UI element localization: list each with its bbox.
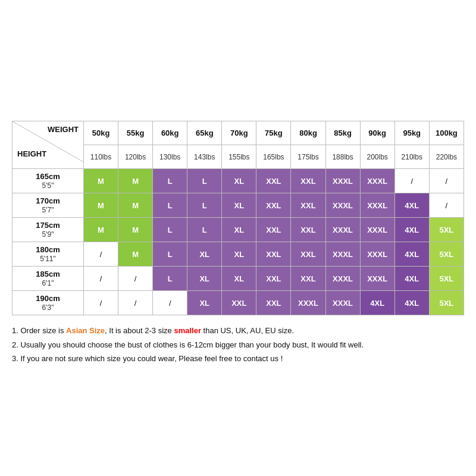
size-cell: /	[118, 267, 153, 291]
size-cell: 5XL	[429, 291, 464, 315]
size-cell: XXXL	[325, 218, 360, 242]
ft-value: 5'9"	[42, 230, 54, 239]
size-cell: XXL	[291, 169, 325, 193]
size-cell: XXL	[256, 242, 291, 267]
size-cell: 5XL	[429, 267, 464, 291]
size-cell: XXXL	[360, 242, 394, 267]
size-cell: M	[118, 218, 153, 242]
kg-header: 50kg	[84, 121, 118, 145]
note-item: 3. If you are not sure which size you co…	[12, 352, 464, 365]
lbs-header: 210lbs	[394, 145, 429, 169]
height-label: HEIGHT	[17, 149, 46, 158]
table-row: 170cm5'7"MMLLXLXXLXXLXXXLXXXL4XL/	[12, 193, 464, 218]
lbs-header: 200lbs	[360, 145, 394, 169]
size-cell: XXXL	[360, 193, 394, 218]
ft-value: 6'3"	[42, 303, 54, 312]
row-height-header: 175cm5'9"	[12, 218, 84, 242]
size-cell: M	[84, 193, 118, 218]
note-item: 1. Order size is Asian Size, It is about…	[12, 324, 464, 337]
cm-value: 170cm	[36, 196, 60, 205]
size-cell: /	[84, 242, 118, 267]
size-cell: XXXL	[325, 169, 360, 193]
cm-value: 185cm	[36, 270, 60, 278]
size-cell: L	[153, 267, 187, 291]
kg-header: 80kg	[291, 121, 325, 145]
size-cell: XXL	[256, 218, 291, 242]
kg-header: 60kg	[153, 121, 187, 145]
size-cell: 4XL	[394, 267, 429, 291]
size-cell: 4XL	[394, 291, 429, 315]
size-cell: XXXL	[360, 169, 394, 193]
size-cell: XL	[222, 267, 256, 291]
size-cell: L	[187, 218, 222, 242]
size-cell: XL	[222, 169, 256, 193]
note-highlight-asian: Asian Size	[66, 326, 105, 335]
size-cell: L	[187, 193, 222, 218]
kg-header: 65kg	[187, 121, 222, 145]
row-height-header: 185cm6'1"	[12, 267, 84, 291]
size-cell: XXL	[256, 169, 291, 193]
size-cell: XL	[187, 242, 222, 267]
size-cell: 4XL	[394, 242, 429, 267]
kg-header: 85kg	[325, 121, 360, 145]
size-cell: XXXL	[360, 218, 394, 242]
kg-header: 70kg	[222, 121, 256, 145]
lbs-header: 175lbs	[291, 145, 325, 169]
size-cell: /	[394, 169, 429, 193]
size-cell: M	[84, 218, 118, 242]
lbs-header: 130lbs	[153, 145, 187, 169]
lbs-header: 165lbs	[256, 145, 291, 169]
size-cell: XXXL	[325, 267, 360, 291]
size-cell: XL	[222, 193, 256, 218]
size-cell: XXL	[291, 242, 325, 267]
size-cell: XXL	[291, 267, 325, 291]
size-cell: XL	[222, 242, 256, 267]
row-height-header: 170cm5'7"	[12, 193, 84, 218]
size-cell: L	[153, 193, 187, 218]
size-cell: XXL	[291, 218, 325, 242]
size-cell: XXXL	[291, 291, 325, 315]
cm-value: 180cm	[36, 245, 60, 254]
cm-value: 175cm	[36, 221, 60, 230]
size-cell: /	[153, 291, 187, 315]
size-chart-table: WEIGHT HEIGHT 50kg55kg60kg65kg70kg75kg80…	[12, 121, 464, 315]
kg-header: 75kg	[256, 121, 291, 145]
size-cell: 4XL	[360, 291, 394, 315]
size-cell: 4XL	[394, 218, 429, 242]
size-cell: L	[187, 169, 222, 193]
table-row: 165cm5'5"MMLLXLXXLXXLXXXLXXXL//	[12, 169, 464, 193]
note-item: 2. Usually you should choose the bust of…	[12, 338, 464, 352]
lbs-header: 120lbs	[118, 145, 153, 169]
size-cell: XXXL	[325, 193, 360, 218]
lbs-header: 110lbs	[84, 145, 118, 169]
size-cell: XXL	[291, 193, 325, 218]
size-cell: XL	[187, 267, 222, 291]
kg-header: 55kg	[118, 121, 153, 145]
note-highlight-smaller: smaller	[174, 326, 201, 335]
size-cell: L	[153, 242, 187, 267]
size-cell: XXL	[256, 291, 291, 315]
row-height-header: 190cm6'3"	[12, 291, 84, 315]
ft-value: 5'7"	[42, 206, 54, 214]
size-cell: XXL	[256, 267, 291, 291]
table-row: 175cm5'9"MMLLXLXXLXXLXXXLXXXL4XL5XL	[12, 218, 464, 242]
size-cell: /	[429, 193, 464, 218]
table-row: 180cm5'11"/MLXLXLXXLXXLXXXLXXXL4XL5XL	[12, 242, 464, 267]
size-cell: /	[84, 267, 118, 291]
size-cell: XL	[187, 291, 222, 315]
size-cell: M	[84, 169, 118, 193]
table-row: 185cm6'1"//LXLXLXXLXXLXXXLXXXL4XL5XL	[12, 267, 464, 291]
lbs-header: 220lbs	[429, 145, 464, 169]
size-cell: L	[153, 218, 187, 242]
size-cell: XXL	[222, 291, 256, 315]
table-row: 190cm6'3"///XLXXLXXLXXXLXXXL4XL4XL5XL	[12, 291, 464, 315]
size-cell: XXXL	[325, 242, 360, 267]
size-cell: XXXL	[325, 291, 360, 315]
size-cell: XXL	[256, 193, 291, 218]
size-cell: 5XL	[429, 242, 464, 267]
ft-value: 5'5"	[42, 181, 54, 190]
notes-section: 1. Order size is Asian Size, It is about…	[12, 324, 464, 365]
size-cell: 4XL	[394, 193, 429, 218]
size-cell: M	[118, 169, 153, 193]
row-height-header: 180cm5'11"	[12, 242, 84, 267]
